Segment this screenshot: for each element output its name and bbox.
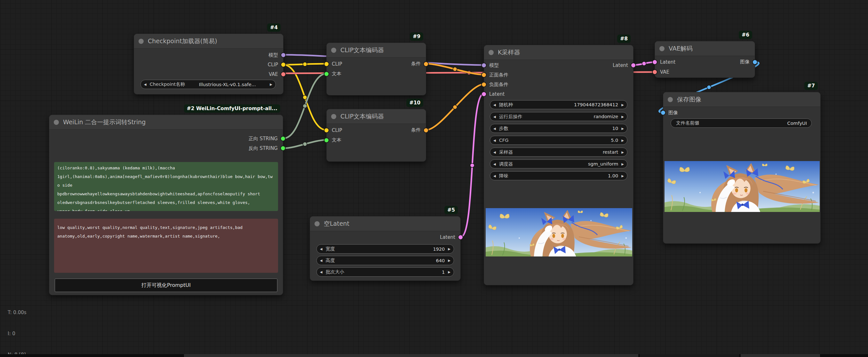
- latent-input-port[interactable]: [652, 59, 657, 65]
- collapse-dot-icon[interactable]: [489, 50, 494, 55]
- link-midpoint-dot[interactable]: [303, 142, 307, 146]
- filename-prefix-widget[interactable]: 文件名前缀 ComfyUI: [671, 118, 812, 128]
- node-empty-latent[interactable]: #5 空Latent Latent ◀ 宽度 1920 ▶ ◀ 高度 640 ▶…: [310, 216, 461, 281]
- positive-prompt-textarea[interactable]: (ciloranko:0.8),sakyumama (kedama milk),…: [54, 162, 278, 211]
- open-prompt-ui-button[interactable]: 打开可视化PromptUI: [55, 278, 277, 292]
- positive-cond-input-port[interactable]: [481, 72, 487, 78]
- widget-control-after-generate[interactable]: ◀ 运行后操作 randomize ▶: [490, 112, 627, 121]
- collapse-dot-icon[interactable]: [331, 48, 336, 53]
- widget-batch-size[interactable]: ◀ 批次大小 1 ▶: [316, 267, 454, 277]
- prev-arrow-icon[interactable]: ◀: [320, 270, 322, 274]
- widget-value: 640: [436, 258, 445, 263]
- prev-arrow-icon[interactable]: ◀: [493, 174, 496, 178]
- next-arrow-icon[interactable]: ▶: [621, 103, 624, 107]
- prev-arrow-icon[interactable]: ◀: [493, 150, 496, 154]
- link-midpoint-dot[interactable]: [453, 105, 457, 109]
- widget-height[interactable]: ◀ 高度 640 ▶: [316, 256, 454, 265]
- link-midpoint-dot[interactable]: [707, 85, 711, 89]
- collapse-dot-icon[interactable]: [331, 114, 336, 119]
- latent-output-port[interactable]: [458, 235, 463, 240]
- latent-output-port[interactable]: [630, 63, 636, 68]
- model-output-port[interactable]: [281, 53, 286, 58]
- row-negative-cond: 负面条件: [484, 80, 633, 89]
- node-vae-decode[interactable]: #6 VAE解码 Latent 图像 VAE: [655, 41, 755, 78]
- taskbar-segment: [741, 354, 820, 357]
- widget-width[interactable]: ◀ 宽度 1920 ▶: [316, 244, 454, 254]
- latent-input-port[interactable]: [481, 92, 487, 97]
- widget-value: restart: [603, 150, 618, 155]
- next-arrow-icon[interactable]: ▶: [448, 247, 451, 251]
- next-arrow-icon[interactable]: ▶: [621, 127, 624, 130]
- next-arrow-icon[interactable]: ▶: [621, 150, 624, 154]
- node-title-bar[interactable]: CLIP文本编码器: [327, 43, 426, 58]
- prev-arrow-icon[interactable]: ◀: [493, 127, 496, 130]
- collapse-dot-icon[interactable]: [54, 120, 59, 125]
- node-title-bar[interactable]: Checkpoint加载器(简易): [134, 34, 283, 49]
- clip-input-port[interactable]: [324, 61, 329, 67]
- link-midpoint-dot[interactable]: [642, 61, 646, 66]
- node-weilin-prompt[interactable]: #2 WeiLin-ComfyUI-prompt-all... WeiLin 二…: [49, 115, 283, 295]
- graph-canvas[interactable]: { "glyphs": {"left": "◀", "right": "▶"},…: [0, 0, 868, 357]
- node-clip-encode-negative[interactable]: #10 CLIP文本编码器 CLIP 条件 文本: [326, 109, 426, 162]
- vae-output-port[interactable]: [281, 72, 286, 77]
- link-midpoint-dot[interactable]: [453, 67, 457, 71]
- next-arrow-icon[interactable]: ▶: [621, 174, 624, 178]
- cond-output-port[interactable]: [423, 127, 429, 133]
- widget-value: randomize: [593, 114, 618, 119]
- positive-string-output-port[interactable]: [280, 136, 286, 142]
- node-title-bar[interactable]: WeiLin 二合一提示词转String: [49, 115, 283, 130]
- next-arrow-icon[interactable]: ▶: [621, 115, 624, 118]
- collapse-dot-icon[interactable]: [138, 39, 144, 44]
- checkpoint-name-widget[interactable]: ◀ Checkpoint名称 Illustrious-XL-v0.1.safe.…: [141, 80, 276, 89]
- widget-denoise[interactable]: ◀ 降噪 1.00 ▶: [490, 171, 627, 180]
- next-arrow-icon[interactable]: ▶: [448, 259, 451, 262]
- link-midpoint-dot[interactable]: [303, 62, 307, 66]
- widget-sampler[interactable]: ◀ 采样器 restart ▶: [490, 148, 627, 156]
- node-ksampler[interactable]: #8 K采样器 模型 Latent 正面条件 负面条件 Latent ◀ 随机种…: [484, 45, 633, 285]
- text-input-port[interactable]: [324, 71, 329, 77]
- node-title-bar[interactable]: K采样器: [484, 45, 633, 60]
- widget-scheduler[interactable]: ◀ 调度器 sgm_uniform ▶: [490, 159, 627, 169]
- prev-arrow-icon[interactable]: ◀: [493, 139, 496, 142]
- widget-value: 5.0: [611, 138, 618, 143]
- image-output-port[interactable]: [752, 59, 757, 65]
- model-input-port[interactable]: [481, 63, 487, 68]
- node-title-bar[interactable]: 空Latent: [310, 216, 460, 231]
- link-midpoint-dot[interactable]: [303, 104, 307, 108]
- collapse-dot-icon[interactable]: [314, 221, 320, 226]
- prev-arrow-icon[interactable]: ◀: [320, 259, 322, 262]
- clip-output-port[interactable]: [281, 62, 286, 67]
- next-arrow-icon[interactable]: ▶: [621, 139, 624, 142]
- node-title-bar[interactable]: VAE解码: [655, 41, 755, 56]
- negative-cond-input-port[interactable]: [481, 82, 487, 87]
- prev-arrow-icon[interactable]: ◀: [144, 83, 147, 86]
- node-title-bar[interactable]: 保存图像: [663, 92, 820, 107]
- negative-prompt-textarea[interactable]: low quality,worst quality,normal quality…: [54, 219, 278, 273]
- widget-steps[interactable]: ◀ 步数 10 ▶: [490, 124, 627, 133]
- widget-cfg[interactable]: ◀ CFG 5.0 ▶: [490, 136, 627, 145]
- collapse-dot-icon[interactable]: [668, 97, 673, 102]
- prev-arrow-icon[interactable]: ◀: [320, 247, 322, 251]
- node-save-image[interactable]: #7 保存图像 图像 文件名前缀 ComfyUI: [663, 92, 820, 244]
- widget-value: 1.00: [608, 173, 618, 178]
- prev-arrow-icon[interactable]: ◀: [493, 115, 496, 118]
- text-input-port[interactable]: [324, 137, 329, 143]
- node-clip-encode-positive[interactable]: #9 CLIP文本编码器 CLIP 条件 文本: [326, 42, 426, 95]
- widget-label: Checkpoint名称: [150, 81, 185, 87]
- vae-input-port[interactable]: [652, 69, 657, 75]
- next-arrow-icon[interactable]: ▶: [448, 270, 451, 274]
- widget-seed[interactable]: ◀ 随机种 179044872368412 ▶: [490, 100, 627, 109]
- prev-arrow-icon[interactable]: ◀: [493, 162, 496, 166]
- prev-arrow-icon[interactable]: ◀: [493, 103, 496, 107]
- collapse-dot-icon[interactable]: [659, 46, 664, 51]
- negative-string-output-port[interactable]: [280, 146, 286, 151]
- image-input-port[interactable]: [660, 110, 666, 116]
- widget-value: ComfyUI: [787, 121, 807, 126]
- next-arrow-icon[interactable]: ▶: [621, 162, 624, 166]
- next-arrow-icon[interactable]: ▶: [270, 83, 272, 86]
- node-title-bar[interactable]: CLIP文本编码器: [327, 109, 426, 124]
- link-midpoint-dot[interactable]: [470, 163, 474, 168]
- cond-output-port[interactable]: [423, 61, 429, 67]
- node-checkpoint-loader[interactable]: #4 Checkpoint加载器(简易) 模型 CLIP VAE ◀ Check…: [134, 34, 283, 94]
- clip-input-port[interactable]: [324, 127, 329, 133]
